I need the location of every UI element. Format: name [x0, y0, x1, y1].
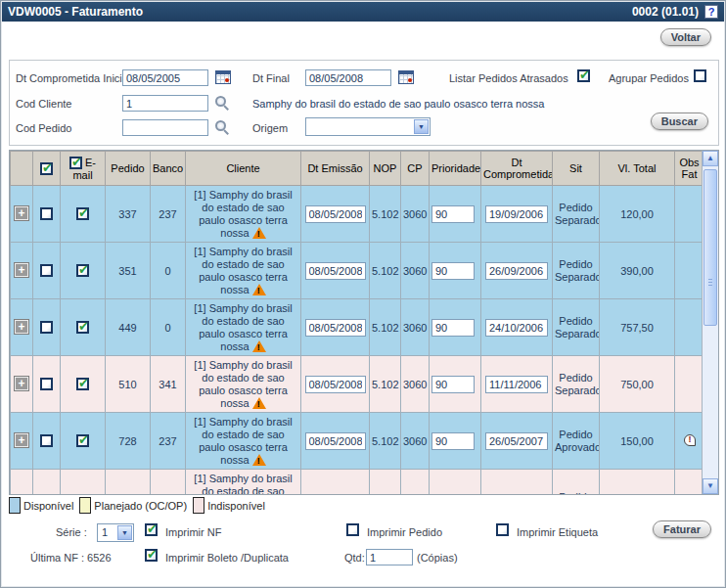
cp-value: 3060 — [403, 265, 427, 277]
prioridade-input[interactable] — [431, 376, 475, 393]
row-email-checkbox[interactable] — [76, 264, 89, 277]
imprimir-nf-checkbox[interactable] — [145, 523, 158, 536]
origem-select[interactable]: ▼ — [305, 117, 431, 136]
row-select-checkbox[interactable] — [40, 264, 53, 277]
row-email-checkbox[interactable] — [76, 434, 89, 447]
scrollbar-thumb[interactable] — [703, 169, 717, 326]
dt-inicial-input[interactable] — [122, 69, 208, 86]
table-row: 351 0 [1] Samphy do brasil do estado de … — [11, 243, 704, 299]
imprimir-etiqueta-label: Imprimir Etiqueta — [517, 526, 598, 538]
cp-value: 3060 — [403, 322, 427, 334]
expand-row-button[interactable] — [15, 263, 28, 277]
copias-label: (Cópias) — [417, 552, 458, 564]
nop-value: 5.102 — [372, 379, 399, 390]
prioridade-input[interactable] — [431, 319, 475, 337]
row-email-checkbox[interactable] — [76, 321, 89, 334]
agrupar-pedidos-label: Agrupar Pedidos — [609, 72, 689, 84]
cliente-value: [1] Samphy do brasil do estado de sao pa… — [194, 189, 292, 239]
row-select-checkbox[interactable] — [40, 378, 53, 390]
calendar-icon[interactable] — [398, 70, 414, 84]
serie-select[interactable]: 1 ▼ — [97, 523, 134, 542]
app-window: VDW0005 - Faturamento 0002 (01.01) ? Vol… — [0, 0, 726, 588]
chevron-down-icon: ▼ — [414, 119, 429, 134]
dt-emissao-input[interactable] — [305, 205, 366, 223]
cod-pedido-input[interactable] — [122, 119, 208, 136]
help-icon[interactable]: ? — [704, 5, 718, 19]
dt-comprometida-input[interactable] — [485, 205, 548, 223]
imprimir-etiqueta-checkbox[interactable] — [496, 523, 509, 536]
table-header-row: E-mail Pedido Banco Cliente Dt Emissão N… — [11, 152, 704, 186]
prioridade-input[interactable] — [431, 432, 475, 450]
chevron-down-icon: ▼ — [117, 525, 132, 540]
row-email-checkbox[interactable] — [76, 207, 89, 220]
faturar-button[interactable]: Faturar — [653, 520, 711, 538]
scroll-down-icon[interactable]: ▼ — [703, 478, 718, 494]
imprimir-boleto-checkbox[interactable] — [145, 549, 158, 562]
calendar-icon[interactable] — [215, 70, 231, 84]
email-all-checkbox[interactable] — [69, 157, 82, 169]
nop-value: 5.102 — [372, 322, 399, 334]
warning-icon — [252, 454, 266, 466]
pedido-header: Pedido — [106, 152, 151, 186]
pedido-value: 351 — [118, 265, 136, 277]
orders-tbody: 337 237 [1] Samphy do brasil do estado d… — [11, 186, 704, 496]
obs-fat-header: Obs Fat — [675, 152, 704, 186]
banco-value: 237 — [159, 208, 176, 220]
cliente-nome: Samphy do brasil do estado de sao paulo … — [252, 98, 544, 110]
dt-emissao-input[interactable] — [305, 432, 366, 450]
banco-value: 0 — [164, 265, 170, 277]
search-icon[interactable] — [214, 119, 229, 134]
obs-fat-icon[interactable] — [684, 434, 696, 446]
row-email-checkbox[interactable] — [76, 378, 89, 390]
search-icon[interactable] — [214, 95, 229, 110]
listar-atrasados-checkbox[interactable] — [577, 69, 590, 82]
expand-column-header — [11, 152, 33, 186]
dt-emissao-input[interactable] — [305, 262, 366, 280]
cod-pedido-label: Cod Pedido — [16, 122, 72, 134]
select-all-checkbox[interactable] — [40, 162, 53, 175]
row-select-checkbox[interactable] — [40, 321, 53, 334]
warning-icon — [252, 397, 266, 409]
nop-value: 5.102 — [372, 435, 399, 447]
prioridade-header: Prioridade — [430, 152, 481, 186]
legend-indisponivel-swatch — [193, 497, 204, 514]
page-title: VDW0005 - Faturamento — [8, 5, 143, 19]
buscar-button[interactable]: Buscar — [651, 113, 708, 130]
expand-row-button[interactable] — [15, 377, 28, 390]
prioridade-input[interactable] — [431, 262, 475, 280]
cod-cliente-input[interactable] — [122, 95, 208, 112]
warning-icon — [252, 227, 266, 239]
vertical-scrollbar[interactable]: ▲ ▼ — [702, 151, 718, 494]
dt-emissao-input[interactable] — [305, 376, 366, 393]
vl-total-value: 120,00 — [620, 208, 654, 220]
legend-disponivel-label: Disponível — [23, 500, 73, 512]
dt-final-input[interactable] — [305, 69, 391, 86]
dt-comprometida-input[interactable] — [485, 432, 548, 450]
vl-total-value: 150,00 — [620, 435, 654, 447]
row-select-checkbox[interactable] — [40, 434, 53, 447]
imprimir-pedido-checkbox[interactable] — [346, 523, 359, 536]
row-select-checkbox[interactable] — [40, 207, 53, 220]
dt-emissao-input[interactable] — [305, 319, 366, 337]
prioridade-input[interactable] — [431, 205, 475, 223]
origem-label: Origem — [252, 122, 288, 134]
sit-value: Pedido Aprovado — [555, 429, 600, 453]
vl-total-value: 757,50 — [620, 322, 654, 334]
dt-comprometida-input[interactable] — [485, 262, 548, 280]
vl-total-value: 390,00 — [620, 265, 654, 277]
banco-value: 341 — [159, 379, 176, 390]
scroll-up-icon[interactable]: ▲ — [703, 151, 718, 166]
banco-value: 237 — [159, 435, 176, 447]
qtd-input[interactable] — [366, 549, 413, 565]
expand-row-button[interactable] — [15, 433, 28, 447]
dt-comprometida-input[interactable] — [485, 319, 548, 337]
dt-comprometida-input[interactable] — [485, 376, 548, 393]
sit-header: Sit — [553, 152, 600, 186]
expand-row-button[interactable] — [15, 206, 28, 220]
dt-inicial-label: Dt Comprometida Inicial — [16, 72, 130, 84]
expand-row-button[interactable] — [15, 320, 28, 334]
agrupar-pedidos-checkbox[interactable] — [694, 69, 706, 82]
listar-atrasados-label: Listar Pedidos Atrasados — [449, 72, 568, 84]
voltar-button[interactable]: Voltar — [660, 28, 711, 46]
cp-value: 3060 — [403, 208, 427, 220]
